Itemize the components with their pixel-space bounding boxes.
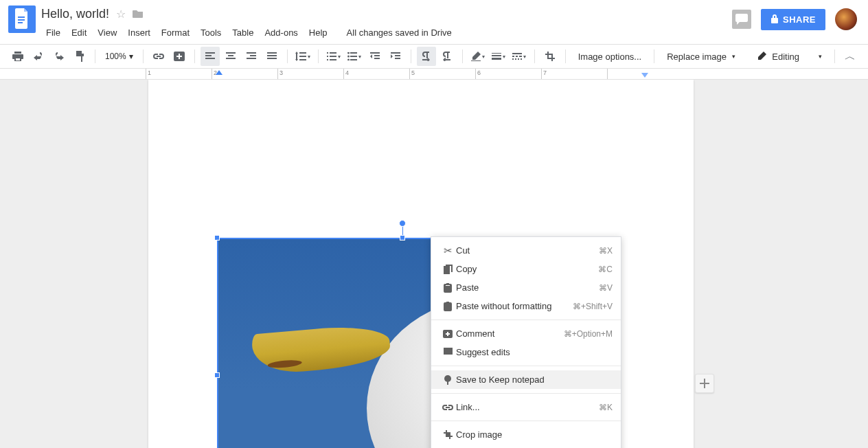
cut-icon: ✂ [439,245,456,257]
image-options-button[interactable]: Image options... [571,52,649,62]
context-label: Save to Keep notepad [456,374,613,385]
context-label: Paste without formatting [456,301,573,311]
chevron-down-icon: ▾ [819,53,822,60]
redo-button[interactable] [49,47,69,66]
svg-point-16 [444,375,451,382]
context-suggest[interactable]: Suggest edits [431,343,621,361]
context-paste[interactable]: Paste ⌘V [431,278,621,297]
ruler-tick: 1 [148,69,151,76]
svg-rect-17 [447,381,448,385]
context-copy[interactable]: Copy ⌘C [431,260,621,278]
ruler[interactable]: 1 2 3 4 5 6 7 [0,69,868,80]
collapse-toolbar-button[interactable]: ︿ [841,47,860,66]
replace-image-button[interactable]: Replace image▾ [660,52,742,62]
numbered-list-button[interactable]: ▾ [324,47,343,66]
separator [431,393,621,394]
header-bar: Hello, world! ☆ File Edit View Insert Fo… [0,0,868,44]
separator [143,49,144,63]
increase-indent-button[interactable] [386,47,405,66]
keep-icon [439,375,456,385]
header-right: SHARE [732,8,857,30]
decrease-indent-button[interactable] [365,47,385,66]
menu-file[interactable]: File [41,25,65,41]
share-button[interactable]: SHARE [761,9,825,30]
ruler-tick: 4 [345,69,349,76]
svg-rect-1 [18,19,25,21]
add-comment-floating-button[interactable] [695,374,714,393]
resize-handle-n[interactable] [400,235,405,240]
doc-title[interactable]: Hello, world! [41,7,109,21]
context-shortcut: ⌘+Shift+V [573,302,613,311]
border-dash-button[interactable]: ▾ [510,47,529,66]
context-label: Cut [456,245,599,256]
ltr-button[interactable] [417,47,436,66]
share-label: SHARE [783,14,816,25]
plus-icon [700,379,709,388]
svg-rect-14 [512,53,522,54]
comments-button[interactable] [732,10,751,29]
separator [95,49,95,63]
bird-illustration [251,322,391,375]
zoom-dropdown[interactable]: 100%▾ [101,52,137,61]
left-indent-marker[interactable] [216,70,222,75]
align-center-button[interactable] [221,47,240,66]
menu-help[interactable]: Help [304,25,332,41]
context-image-options[interactable]: Image options... [431,444,621,448]
menu-addons[interactable]: Add-ons [260,25,302,41]
chevron-down-icon: ▾ [732,53,735,60]
rotate-handle[interactable] [399,220,406,227]
menu-view[interactable]: View [93,25,122,41]
context-comment[interactable]: Comment ⌘+Option+M [431,324,621,343]
link-button[interactable] [149,47,168,66]
lock-icon [770,14,779,24]
folder-icon[interactable] [133,9,144,19]
docs-logo[interactable] [8,5,36,33]
context-label: Crop image [456,429,613,440]
editing-mode-button[interactable]: Editing ▾ [750,52,829,62]
separator [431,366,621,366]
resize-handle-nw[interactable] [214,235,220,240]
ruler-tick: 7 [543,69,547,76]
context-menu: ✂ Cut ⌘X Copy ⌘C Paste ⌘V Paste without … [431,236,621,448]
context-link[interactable]: Link... ⌘K [431,398,621,416]
svg-rect-5 [350,52,357,54]
menu-table[interactable]: Table [227,25,258,41]
context-shortcut: ⌘X [599,246,613,256]
crop-button[interactable] [540,47,560,66]
menu-insert[interactable]: Insert [123,25,155,41]
context-keep[interactable]: Save to Keep notepad [431,370,621,389]
avatar[interactable] [835,8,857,30]
line-spacing-button[interactable]: ▾ [293,47,312,66]
context-label: Paste [456,282,599,293]
star-icon[interactable]: ☆ [116,8,126,21]
context-shortcut: ⌘K [599,403,613,412]
menu-tools[interactable]: Tools [196,25,226,41]
menu-format[interactable]: Format [157,25,194,41]
menu-edit[interactable]: Edit [67,25,91,41]
print-button[interactable] [8,47,27,66]
link-icon [439,405,456,410]
suggest-icon [439,348,456,357]
resize-handle-w[interactable] [214,372,220,378]
separator [834,49,835,63]
context-cut[interactable]: ✂ Cut ⌘X [431,241,621,260]
right-indent-marker[interactable] [641,73,648,78]
border-weight-button[interactable]: ▾ [489,47,508,66]
align-left-button[interactable] [201,47,220,66]
canvas[interactable]: ✂ Cut ⌘X Copy ⌘C Paste ⌘V Paste without … [0,80,868,448]
undo-button[interactable] [29,47,48,66]
align-justify-button[interactable] [262,47,282,66]
bulleted-list-button[interactable]: ▾ [345,47,364,66]
align-right-button[interactable] [242,47,261,66]
context-paste-nf[interactable]: Paste without formatting ⌘+Shift+V [431,297,621,315]
comment-insert-button[interactable] [170,47,189,66]
context-label: Comment [456,328,564,339]
separator [431,421,621,421]
paste-icon [439,283,456,293]
separator [318,49,319,63]
context-crop[interactable]: Crop image [431,425,621,444]
paint-format-button[interactable] [70,47,89,66]
border-color-button[interactable]: ▾ [468,47,488,66]
svg-point-6 [347,56,350,58]
rtl-button[interactable] [437,47,457,66]
